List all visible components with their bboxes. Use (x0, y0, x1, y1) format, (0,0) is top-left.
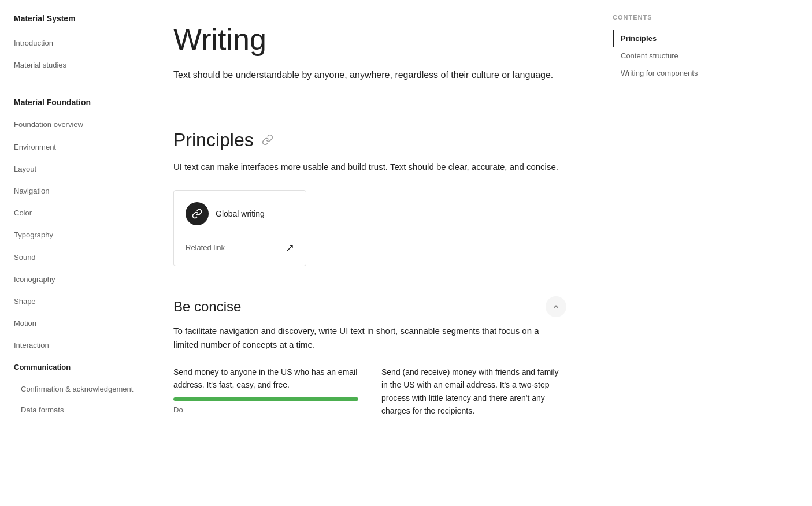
page-subtitle: Text should be understandable by anyone,… (173, 68, 566, 83)
be-concise-desc: To facilitate navigation and discovery, … (173, 324, 566, 352)
sidebar-item-navigation[interactable]: Navigation (0, 180, 150, 202)
toc-item-principles[interactable]: Principles (613, 30, 717, 47)
principles-link-icon[interactable] (259, 132, 276, 148)
sidebar-item-iconography[interactable]: Iconography (0, 269, 150, 291)
sidebar-item-shape[interactable]: Shape (0, 291, 150, 312)
be-concise-content: To facilitate navigation and discovery, … (173, 324, 566, 435)
sidebar-item-material-studies[interactable]: Material studies (0, 54, 150, 76)
do-indicator-bar (173, 397, 358, 401)
be-concise-section: Be concise To facilitate navigation and … (173, 289, 566, 435)
related-link-text: Related link (186, 243, 225, 252)
page-title: Writing (173, 23, 566, 56)
card-header: Global writing (186, 202, 294, 225)
arrow-up-right-icon: ↗ (286, 241, 294, 254)
sidebar-item-introduction[interactable]: Introduction (0, 32, 150, 54)
sidebar-sub-item-data-formats[interactable]: Data formats (0, 400, 150, 421)
toc-item-writing-for-components[interactable]: Writing for components (613, 65, 717, 82)
main-content: Writing Text should be understandable by… (150, 0, 601, 506)
sidebar-item-interaction[interactable]: Interaction (0, 334, 150, 356)
right-panel-toc: CONTENTS Principles Content structure Wr… (601, 0, 728, 506)
be-concise-header[interactable]: Be concise (173, 289, 566, 324)
sidebar-item-color[interactable]: Color (0, 202, 150, 224)
section-divider (173, 106, 566, 106)
do-text: Send money to anyone in the US who has a… (173, 366, 358, 392)
sidebar-sub-item-confirmation[interactable]: Confirmation & acknowledgement (0, 379, 150, 400)
sidebar-item-layout[interactable]: Layout (0, 158, 150, 180)
example-columns: Send money to anyone in the US who has a… (173, 366, 566, 423)
sidebar-item-motion[interactable]: Motion (0, 312, 150, 334)
material-foundation-title: Material Foundation (0, 86, 150, 114)
card-footer: Related link ↗ (186, 241, 294, 254)
sidebar-item-communication[interactable]: Communication (0, 356, 150, 378)
principles-heading-container: Principles (173, 129, 566, 151)
dont-text: Send (and receive) money with friends an… (381, 366, 566, 418)
sidebar-divider (0, 81, 150, 81)
sidebar-item-typography[interactable]: Typography (0, 224, 150, 246)
collapse-button[interactable] (546, 296, 566, 317)
principles-heading: Principles (173, 129, 254, 151)
card-icon (186, 202, 209, 225)
sidebar-item-sound[interactable]: Sound (0, 247, 150, 269)
do-label: Do (173, 405, 183, 414)
app-title: Material System (0, 0, 150, 32)
sidebar-item-environment[interactable]: Environment (0, 136, 150, 158)
dont-example: Send (and receive) money with friends an… (381, 366, 566, 423)
sidebar-item-foundation-overview[interactable]: Foundation overview (0, 114, 150, 136)
card-title: Global writing (216, 209, 265, 218)
toc-label: CONTENTS (613, 14, 717, 21)
principles-desc: UI text can make interfaces more usable … (173, 160, 566, 174)
toc-item-content-structure[interactable]: Content structure (613, 47, 717, 65)
sidebar: Material System Introduction Material st… (0, 0, 150, 506)
do-example: Send money to anyone in the US who has a… (173, 366, 358, 423)
be-concise-heading: Be concise (173, 299, 241, 315)
global-writing-card[interactable]: Global writing Related link ↗ (173, 190, 306, 266)
